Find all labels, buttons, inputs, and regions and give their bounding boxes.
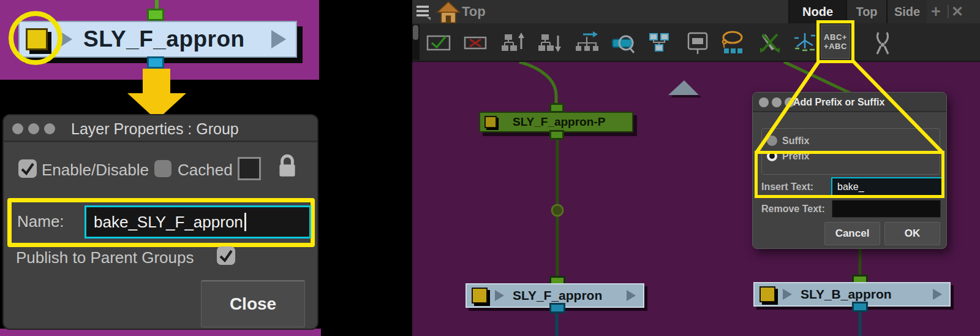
lock-icon[interactable] <box>277 153 298 179</box>
dialog-title-bar[interactable]: Layer Properties : Group <box>4 115 317 142</box>
output-arrow-icon[interactable] <box>627 290 636 301</box>
name-label: Name: <box>17 212 64 231</box>
layer-name-input[interactable]: bake_SLY_F_appron <box>85 205 311 239</box>
window-close-icon[interactable] <box>759 97 769 107</box>
enable-node-icon[interactable] <box>425 29 452 56</box>
current-view-label: Top <box>462 0 486 23</box>
group-node[interactable]: SLY_F_appron-P <box>479 112 633 132</box>
cancel-button[interactable]: Cancel <box>824 222 880 245</box>
cached-checkbox[interactable] <box>154 160 172 177</box>
layer-name-value: bake_SLY_F_appron <box>94 213 243 232</box>
expand-arrow-icon[interactable] <box>783 289 792 300</box>
node-label: SLY_B_appron <box>801 287 892 302</box>
group-input-port[interactable] <box>549 103 564 113</box>
close-tab-button[interactable]: ✕ <box>951 0 963 23</box>
layer-properties-dialog: Layer Properties : Group Enable/Disable … <box>2 114 318 330</box>
window-minimize-icon[interactable] <box>772 97 782 107</box>
window-zoom-icon[interactable] <box>44 123 55 134</box>
ok-button[interactable]: OK <box>884 222 940 245</box>
output-port-blue[interactable] <box>147 56 164 69</box>
close-button[interactable]: Close <box>201 280 305 327</box>
cached-label: Cached <box>178 161 233 180</box>
lasso-nodes-icon[interactable] <box>720 29 747 56</box>
hamburger-menu-icon[interactable] <box>415 4 431 20</box>
layer-thumbnail-icon <box>760 286 775 302</box>
backdrop-icon[interactable] <box>685 29 712 56</box>
node-label: SLY_F_appron <box>83 26 245 52</box>
layer-thumbnail-icon <box>472 288 488 304</box>
triangle-node-marker[interactable] <box>665 74 704 103</box>
screenshot-root: SLY_F_appron Layer Properties : Group En… <box>0 0 980 336</box>
dialog-title: Layer Properties : Group <box>71 115 239 142</box>
add-tab-button[interactable]: + <box>931 0 941 23</box>
text-cursor <box>244 213 246 231</box>
merge-nodes-icon[interactable] <box>756 29 783 56</box>
remove-text-label: Remove Text: <box>761 204 825 215</box>
suffix-label: Suffix <box>782 136 809 147</box>
group-nodes-icon[interactable] <box>647 29 674 56</box>
wire-dot[interactable] <box>552 205 563 216</box>
front-output-port[interactable] <box>549 303 565 313</box>
branch-nodes-icon[interactable] <box>791 29 818 56</box>
tools-pliers-icon[interactable] <box>869 29 896 56</box>
extract-node-icon[interactable] <box>573 29 600 56</box>
enable-label: Enable/Disable <box>42 161 149 180</box>
color-swatch[interactable] <box>238 157 261 180</box>
tool-highlight-annotation <box>816 20 854 63</box>
expand-arrow-icon[interactable] <box>495 290 504 301</box>
enable-checkbox[interactable] <box>18 159 37 178</box>
back-output-port[interactable] <box>852 302 868 312</box>
zoomed-node-panel: SLY_F_appron <box>0 0 319 80</box>
toolbar-scrollbar[interactable] <box>412 25 420 60</box>
expand-up-icon[interactable] <box>500 29 527 56</box>
output-arrow-icon[interactable] <box>933 289 942 300</box>
publish-checkbox[interactable] <box>217 246 235 265</box>
home-icon[interactable] <box>436 1 461 23</box>
window-close-icon[interactable] <box>12 123 23 134</box>
tab-side[interactable]: Side <box>886 0 927 23</box>
wire-toolbar-to-group <box>519 62 556 106</box>
input-port-green[interactable] <box>147 9 164 21</box>
suffix-radio[interactable] <box>767 136 777 146</box>
highlight-circle-annotation <box>9 11 62 65</box>
publish-label: Publish to Parent Groups <box>16 248 194 267</box>
focus-node-icon[interactable] <box>611 29 638 56</box>
collapse-down-icon[interactable] <box>537 29 564 56</box>
layer-thumbnail-icon <box>484 116 497 128</box>
window-minimize-icon[interactable] <box>28 123 39 134</box>
node-label: SLY_F_appron <box>513 288 602 303</box>
node-label: SLY_F_appron-P <box>513 115 605 129</box>
dialog-title: Add Prefix or Suffix <box>793 93 884 112</box>
dialog-title-bar[interactable]: Add Prefix or Suffix <box>753 93 946 112</box>
remove-text-input[interactable] <box>832 200 941 218</box>
group-output-port[interactable] <box>549 130 564 140</box>
disable-node-icon[interactable] <box>462 29 489 56</box>
prefix-highlight-annotation <box>755 151 944 198</box>
tab-divider <box>948 5 949 18</box>
output-arrow-icon[interactable] <box>271 30 286 48</box>
